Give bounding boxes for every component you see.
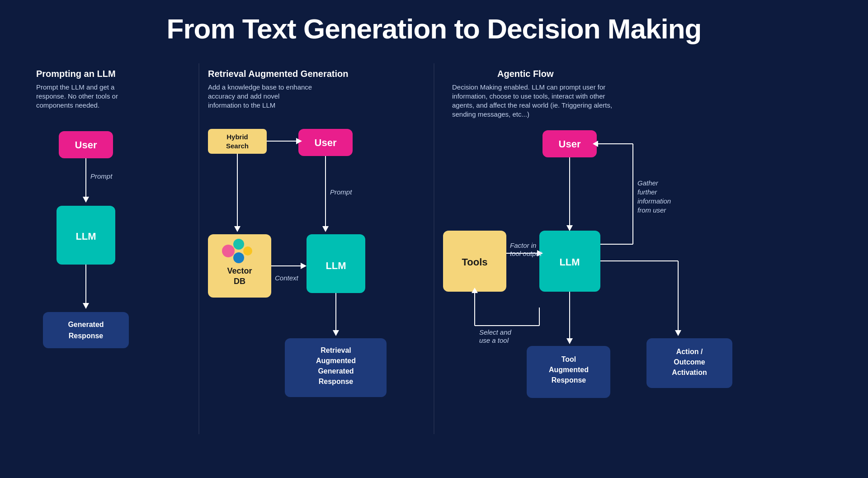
- svg-text:Gather: Gather: [637, 179, 659, 187]
- svg-text:DB: DB: [234, 277, 245, 286]
- svg-point-35: [233, 239, 244, 250]
- svg-text:Generated: Generated: [318, 367, 354, 375]
- svg-text:tool output: tool output: [510, 250, 542, 257]
- svg-text:Retrieval: Retrieval: [321, 346, 351, 354]
- svg-marker-7: [83, 197, 89, 203]
- svg-rect-13: [43, 312, 129, 348]
- svg-text:User: User: [315, 137, 337, 148]
- svg-marker-12: [83, 303, 89, 309]
- svg-text:Augmented: Augmented: [549, 366, 589, 374]
- svg-text:Prompting an LLM: Prompting an LLM: [36, 69, 116, 79]
- svg-point-36: [243, 246, 252, 256]
- svg-point-34: [222, 245, 235, 257]
- svg-text:information, choose to use too: information, choose to use tools, intera…: [452, 92, 605, 100]
- svg-text:Tools: Tools: [462, 256, 487, 268]
- svg-text:Select and: Select and: [479, 328, 512, 336]
- svg-text:Add a knowledge base to enhanc: Add a knowledge base to enhance: [208, 83, 312, 91]
- svg-text:Response: Response: [69, 332, 104, 340]
- svg-text:Hybrid: Hybrid: [226, 133, 248, 141]
- svg-text:Search: Search: [226, 142, 249, 150]
- svg-point-37: [233, 252, 244, 263]
- svg-text:information: information: [637, 197, 671, 205]
- page-title: From Text Generation to Decision Making: [0, 0, 868, 54]
- svg-text:LLM: LLM: [326, 260, 346, 271]
- svg-text:from user: from user: [637, 206, 666, 214]
- svg-marker-84: [566, 338, 573, 344]
- svg-text:use a tool: use a tool: [479, 336, 509, 344]
- svg-text:Prompt: Prompt: [90, 172, 113, 180]
- svg-marker-46: [333, 330, 339, 336]
- svg-text:Augmented: Augmented: [316, 357, 356, 364]
- svg-text:Factor in: Factor in: [510, 241, 536, 249]
- svg-marker-61: [566, 225, 573, 231]
- svg-text:sending messages, etc...): sending messages, etc...): [452, 110, 529, 118]
- svg-marker-27: [234, 226, 241, 232]
- svg-marker-41: [301, 263, 307, 269]
- svg-text:Outcome: Outcome: [674, 358, 705, 366]
- svg-text:User: User: [75, 139, 97, 151]
- svg-text:Response: Response: [552, 376, 586, 384]
- svg-text:Action /: Action /: [676, 348, 703, 355]
- svg-text:Retrieval Augmented Generation: Retrieval Augmented Generation: [208, 69, 348, 79]
- svg-text:Context: Context: [275, 274, 299, 282]
- svg-text:Vector: Vector: [227, 266, 252, 275]
- svg-text:information to the LLM: information to the LLM: [208, 101, 275, 109]
- svg-text:Tool: Tool: [561, 355, 576, 363]
- svg-text:components needed.: components needed.: [36, 101, 99, 109]
- svg-text:Prompt: Prompt: [330, 188, 352, 196]
- svg-text:LLM: LLM: [75, 231, 96, 242]
- svg-text:LLM: LLM: [559, 256, 580, 268]
- svg-text:agents, and affect the real wo: agents, and affect the real world (ie. T…: [452, 101, 612, 109]
- svg-text:Response: Response: [319, 378, 354, 385]
- svg-marker-78: [675, 330, 681, 336]
- svg-text:User: User: [559, 138, 581, 150]
- svg-text:response. No other tools or: response. No other tools or: [36, 92, 118, 100]
- svg-marker-29: [322, 226, 329, 232]
- svg-text:Decision Making enabled. LLM c: Decision Making enabled. LLM can prompt …: [452, 83, 605, 91]
- svg-text:further: further: [637, 188, 657, 196]
- svg-text:accuracy and add novel: accuracy and add novel: [208, 92, 279, 100]
- svg-text:Generated: Generated: [68, 321, 104, 328]
- svg-text:Activation: Activation: [672, 369, 707, 376]
- svg-text:Agentic Flow: Agentic Flow: [497, 69, 554, 79]
- svg-text:Prompt the LLM and get a: Prompt the LLM and get a: [36, 83, 115, 91]
- diagram-svg: Prompting an LLM Prompt the LLM and get …: [0, 63, 868, 478]
